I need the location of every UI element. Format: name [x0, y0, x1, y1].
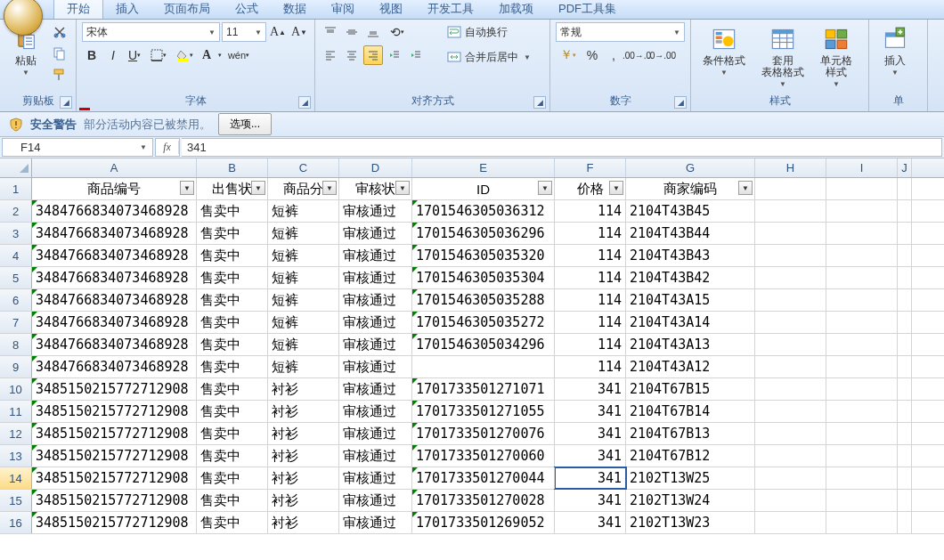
cell[interactable]: [826, 401, 898, 422]
cell[interactable]: [826, 267, 898, 288]
align-center-button[interactable]: [342, 45, 362, 65]
security-options-button[interactable]: 选项...: [218, 113, 272, 135]
row-header[interactable]: 12: [0, 423, 32, 444]
col-header-J[interactable]: J: [898, 158, 912, 177]
number-format-combo[interactable]: 常规▼: [556, 22, 685, 42]
row-header[interactable]: 5: [0, 267, 32, 288]
cell[interactable]: 衬衫: [268, 378, 339, 400]
cell[interactable]: 114: [555, 267, 626, 288]
font-dialog-launcher[interactable]: ◢: [298, 96, 311, 109]
cell[interactable]: [826, 423, 898, 444]
cell[interactable]: 1701733501270060: [412, 445, 555, 467]
row-header[interactable]: 14: [0, 467, 32, 489]
cell[interactable]: 短裤: [268, 200, 339, 222]
cell[interactable]: [826, 445, 898, 467]
cell[interactable]: 审核通过: [339, 334, 412, 355]
cell[interactable]: [755, 334, 826, 355]
row-header[interactable]: 1: [0, 178, 32, 199]
percent-button[interactable]: %: [582, 45, 602, 65]
cell[interactable]: [826, 356, 898, 377]
cell[interactable]: 2104T67B13: [626, 423, 755, 444]
cell[interactable]: [755, 245, 826, 266]
cell[interactable]: [898, 312, 912, 333]
cell[interactable]: 2104T43B42: [626, 267, 755, 288]
cell[interactable]: [898, 334, 912, 355]
cell[interactable]: 3484766834073468928: [32, 267, 197, 288]
header-cell[interactable]: 出售状▼: [197, 178, 268, 199]
cell[interactable]: 审核通过: [339, 467, 412, 489]
decrease-indent-button[interactable]: [385, 45, 404, 65]
cell[interactable]: [826, 178, 898, 199]
cell[interactable]: [755, 378, 826, 400]
font-size-combo[interactable]: 11▼: [222, 22, 266, 42]
cell[interactable]: 114: [555, 289, 626, 311]
cell[interactable]: 售卖中: [197, 467, 268, 489]
cell[interactable]: 审核通过: [339, 490, 412, 511]
cell[interactable]: 短裤: [268, 267, 339, 288]
header-cell[interactable]: 价格▼: [555, 178, 626, 199]
cell[interactable]: 3485150215772712908: [32, 401, 197, 422]
cell[interactable]: 2104T43B43: [626, 245, 755, 266]
cell[interactable]: 售卖中: [197, 200, 268, 222]
cell[interactable]: 1701733501270028: [412, 490, 555, 511]
cell[interactable]: 3485150215772712908: [32, 467, 197, 489]
filter-button[interactable]: ▼: [395, 181, 410, 195]
cell[interactable]: 2102T13W24: [626, 490, 755, 511]
cell[interactable]: 3485150215772712908: [32, 490, 197, 511]
row-header[interactable]: 8: [0, 334, 32, 355]
cell[interactable]: [755, 512, 826, 533]
tab-加载项[interactable]: 加载项: [486, 0, 546, 19]
filter-button[interactable]: ▼: [609, 181, 623, 195]
cell[interactable]: 3484766834073468928: [32, 334, 197, 355]
col-header-H[interactable]: H: [755, 158, 826, 177]
cell[interactable]: 短裤: [268, 312, 339, 333]
cell[interactable]: 114: [555, 334, 626, 355]
cell[interactable]: 衬衫: [268, 401, 339, 422]
cell[interactable]: 售卖中: [197, 401, 268, 422]
cell[interactable]: 1701546305035320: [412, 245, 555, 266]
cell[interactable]: 3485150215772712908: [32, 512, 197, 533]
cell[interactable]: 341: [555, 378, 626, 400]
row-header[interactable]: 11: [0, 401, 32, 422]
italic-button[interactable]: I: [103, 45, 123, 65]
cell[interactable]: [755, 356, 826, 377]
clipboard-dialog-launcher[interactable]: ◢: [60, 96, 72, 109]
cell[interactable]: 3485150215772712908: [32, 378, 197, 400]
cell[interactable]: 341: [555, 445, 626, 467]
cell[interactable]: [898, 223, 912, 244]
cell[interactable]: [898, 289, 912, 311]
filter-button[interactable]: ▼: [322, 181, 337, 195]
cell[interactable]: 3484766834073468928: [32, 200, 197, 222]
cell[interactable]: [755, 289, 826, 311]
cell[interactable]: [898, 490, 912, 511]
cell[interactable]: 2104T43B44: [626, 223, 755, 244]
cell[interactable]: 2104T43A13: [626, 334, 755, 355]
cell[interactable]: [898, 378, 912, 400]
cell[interactable]: 2104T43B45: [626, 200, 755, 222]
cell[interactable]: 1701733501271055: [412, 401, 555, 422]
header-cell[interactable]: 商家编码▼: [626, 178, 755, 199]
cell[interactable]: 2104T67B15: [626, 378, 755, 400]
header-cell[interactable]: 商品编号▼: [32, 178, 197, 199]
cell[interactable]: 1701546305035288: [412, 289, 555, 311]
cell[interactable]: 341: [555, 490, 626, 511]
cell[interactable]: [755, 423, 826, 444]
cell[interactable]: [826, 200, 898, 222]
header-cell[interactable]: 商品分▼: [268, 178, 339, 199]
phonetic-button[interactable]: wén▾: [226, 45, 251, 65]
filter-button[interactable]: ▼: [738, 181, 753, 195]
fx-button[interactable]: fx: [156, 141, 179, 154]
row-header[interactable]: 7: [0, 312, 32, 333]
cell[interactable]: 审核通过: [339, 512, 412, 533]
cell[interactable]: [898, 467, 912, 489]
cell[interactable]: 3485150215772712908: [32, 423, 197, 444]
cell[interactable]: [898, 512, 912, 533]
insert-cells-button[interactable]: 插入 ▼: [875, 22, 916, 79]
cell[interactable]: [898, 356, 912, 377]
merge-center-button[interactable]: 合并后居中▼: [441, 47, 537, 67]
cell[interactable]: [755, 490, 826, 511]
name-box[interactable]: F14▼: [2, 138, 153, 157]
cell[interactable]: 114: [555, 245, 626, 266]
cell[interactable]: 审核通过: [339, 445, 412, 467]
cell[interactable]: 1701546305034296: [412, 334, 555, 355]
